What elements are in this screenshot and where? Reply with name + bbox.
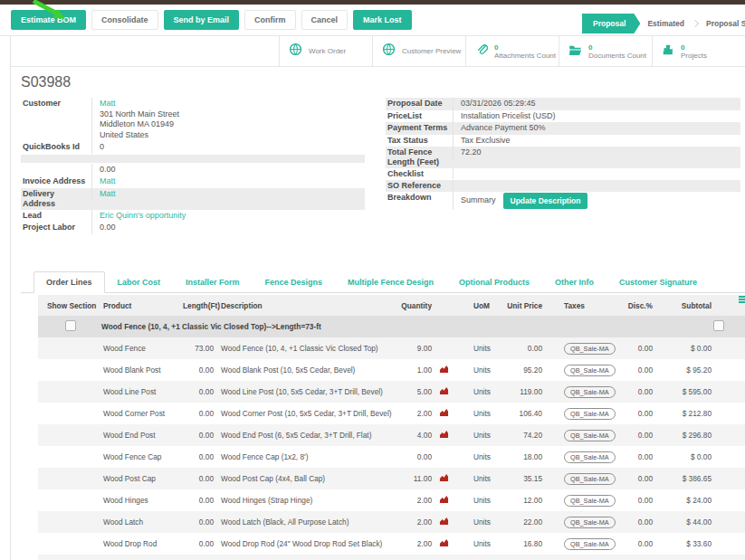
cell-description[interactable]: Wood Fence Cap (1x2, 8'): [221, 452, 397, 461]
cell-description[interactable]: Wood Latch (Black, All Purpose Latch): [221, 517, 397, 527]
cell-length[interactable]: 73.00: [183, 344, 221, 353]
cell-product[interactable]: Wood Hinges: [101, 496, 183, 505]
table-row[interactable]: Wood Corner Post 0.00 Wood Corner Post (…: [38, 403, 745, 424]
cell-product[interactable]: Wood Blank Post: [101, 365, 183, 375]
statusbar-stage-proposal-sent[interactable]: Proposal Sent: [699, 19, 745, 28]
cell-description[interactable]: Wood Blank Post (10, 5x5 Cedar, Bevel): [221, 365, 397, 375]
cell-quantity[interactable]: 11.00: [397, 474, 439, 483]
cell-quantity[interactable]: 9.00: [397, 344, 439, 353]
table-section-row[interactable]: Wood Fence (10, 4, +1 Classic Vic Closed…: [38, 316, 745, 337]
tax-badge[interactable]: QB_Sale-MA: [564, 495, 616, 507]
invoice-address-value[interactable]: Matt: [100, 176, 116, 185]
cell-quantity[interactable]: 2.00: [397, 409, 439, 418]
cell-length[interactable]: 0.00: [183, 409, 221, 418]
cell-quantity[interactable]: 4.00: [397, 431, 439, 440]
cell-discount[interactable]: 0.00: [619, 431, 660, 440]
cell-product[interactable]: Wood Post Cap: [101, 474, 183, 483]
cell-unit-price[interactable]: 74.20: [502, 431, 553, 440]
cell-length[interactable]: 0.00: [183, 387, 221, 396]
cell-length[interactable]: 0.00: [183, 431, 221, 440]
cell-quantity[interactable]: 1.00: [397, 365, 439, 375]
cell-description[interactable]: Wood Corner Post (10, 5x5 Cedar, 3+T Dri…: [221, 409, 397, 418]
cell-description[interactable]: Wood End Post (6, 5x5 Cedar, 3+T Drill, …: [221, 431, 397, 440]
tax-badge[interactable]: QB_Sale-MA: [564, 451, 616, 463]
cell-length[interactable]: 0.00: [183, 452, 221, 461]
cell-uom[interactable]: Units: [461, 409, 502, 418]
table-row[interactable]: Wood Blank Post 0.00 Wood Blank Post (10…: [38, 359, 745, 381]
cell-description[interactable]: Wood Hinges (Strap Hinge): [221, 496, 397, 505]
cell-length[interactable]: 0.00: [183, 474, 221, 483]
cell-description[interactable]: Wood Fence (10, 4, +1 Classic Vic Closed…: [221, 344, 397, 353]
customer-value[interactable]: Matt: [100, 99, 116, 108]
tab-other-info[interactable]: Other Info: [542, 271, 607, 293]
cell-product[interactable]: Wood Line Post: [101, 387, 183, 396]
consolidate-button[interactable]: Consolidate: [91, 10, 158, 30]
cell-discount[interactable]: 0.00: [619, 365, 660, 375]
tax-badge[interactable]: QB_Sale-MA: [564, 430, 616, 441]
cell-discount[interactable]: 0.00: [619, 452, 660, 461]
optional-columns-icon[interactable]: [739, 296, 745, 305]
cell-product[interactable]: Wood Drop Rod: [101, 539, 183, 548]
estimate-bom-button[interactable]: Estimate BOM: [11, 10, 86, 30]
cell-uom[interactable]: Units: [461, 387, 502, 396]
cell-discount[interactable]: 0.00: [619, 474, 660, 483]
cell-unit-price[interactable]: 12.00: [502, 496, 553, 505]
section-checkbox[interactable]: [65, 320, 76, 331]
cell-quantity[interactable]: 2.00: [397, 539, 439, 548]
cell-discount[interactable]: 0.00: [619, 539, 660, 548]
cell-unit-price[interactable]: 18.00: [502, 452, 553, 461]
cancel-button[interactable]: Cancel: [301, 10, 349, 30]
cell-quantity[interactable]: 0.00: [397, 452, 439, 461]
cell-description[interactable]: Wood Line Post (10, 5x5 Cedar, 3+T Drill…: [221, 387, 397, 396]
confirm-button[interactable]: Confirm: [244, 10, 296, 30]
tab-fence-designs[interactable]: Fence Designs: [253, 271, 336, 293]
tab-optional-products[interactable]: Optional Products: [446, 271, 542, 293]
tax-badge[interactable]: QB_Sale-MA: [564, 343, 616, 355]
cell-product[interactable]: Wood Corner Post: [101, 409, 183, 418]
table-row[interactable]: 80 Lb Concrete 0.00 80 Lb Concrete (80lb…: [38, 555, 745, 560]
smart-button-projects[interactable]: 0 Projects: [652, 36, 745, 66]
cell-unit-price[interactable]: 95.20: [502, 365, 553, 375]
cell-uom[interactable]: Units: [461, 496, 502, 505]
cell-unit-price[interactable]: 0.00: [502, 344, 553, 353]
cell-discount[interactable]: 0.00: [619, 387, 660, 396]
cell-uom[interactable]: Units: [461, 474, 502, 483]
table-row[interactable]: Wood Hinges 0.00 Wood Hinges (Strap Hing…: [38, 489, 745, 511]
forecast-warning-icon[interactable]: [439, 430, 449, 439]
tax-badge[interactable]: QB_Sale-MA: [564, 473, 616, 485]
table-row[interactable]: Wood Post Cap 0.00 Wood Post Cap (4x4, B…: [38, 468, 745, 489]
cell-description[interactable]: Wood Drop Rod (24" Wood Drop Rod Set Bla…: [221, 539, 397, 548]
update-description-button[interactable]: Update Description: [503, 193, 588, 209]
send-by-email-button[interactable]: Send by Email: [164, 10, 240, 30]
tax-badge[interactable]: QB_Sale-MA: [564, 538, 616, 550]
cell-discount[interactable]: 0.00: [619, 517, 660, 527]
cell-uom[interactable]: Units: [461, 517, 502, 527]
cell-quantity[interactable]: 2.00: [397, 517, 439, 527]
cell-product[interactable]: Wood Fence Cap: [101, 452, 183, 461]
tax-badge[interactable]: QB_Sale-MA: [564, 408, 616, 420]
cell-description[interactable]: Wood Post Cap (4x4, Ball Cap): [221, 474, 397, 483]
smart-button-customer-preview[interactable]: Customer Preview: [372, 36, 465, 66]
cell-unit-price[interactable]: 22.00: [502, 517, 553, 527]
tax-badge[interactable]: QB_Sale-MA: [564, 386, 616, 398]
cell-unit-price[interactable]: 106.40: [502, 409, 553, 418]
table-row[interactable]: Wood Fence Cap 0.00 Wood Fence Cap (1x2,…: [38, 446, 745, 468]
statusbar-stage-estimated[interactable]: Estimated: [640, 19, 692, 28]
forecast-warning-icon[interactable]: [439, 495, 449, 504]
forecast-warning-icon[interactable]: [439, 365, 449, 374]
lead-value[interactable]: Eric Quinn's opportunity: [100, 211, 186, 220]
cell-uom[interactable]: Units: [461, 344, 502, 353]
forecast-warning-icon[interactable]: [439, 386, 449, 395]
forecast-warning-icon[interactable]: [439, 517, 449, 526]
cell-unit-price[interactable]: 16.80: [502, 539, 553, 548]
cell-unit-price[interactable]: 35.15: [502, 474, 553, 483]
cell-length[interactable]: 0.00: [183, 365, 221, 375]
tax-badge[interactable]: QB_Sale-MA: [564, 517, 616, 528]
mark-lost-button[interactable]: Mark Lost: [353, 10, 412, 30]
tab-order-lines[interactable]: Order Lines: [33, 271, 105, 293]
smart-button-attachments-count[interactable]: 0 Attachments Count: [465, 36, 559, 66]
cell-length[interactable]: 0.00: [183, 517, 221, 527]
table-row[interactable]: Wood Drop Rod 0.00 Wood Drop Rod (24" Wo…: [38, 533, 745, 555]
smart-button-documents-count[interactable]: 0 Documents Count: [559, 36, 652, 66]
cell-uom[interactable]: Units: [461, 365, 502, 375]
